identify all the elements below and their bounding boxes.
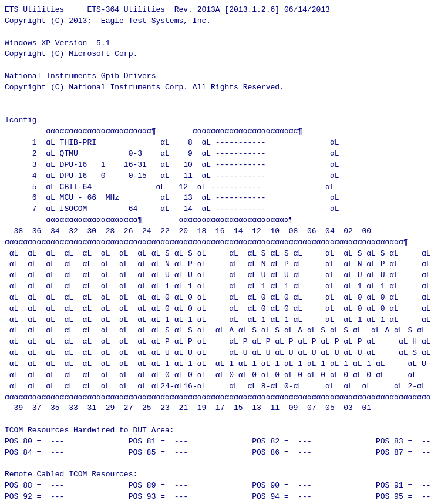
terminal-output: ETS Utilities ETS-364 Utilities Rev. 201… (5, 5, 426, 504)
